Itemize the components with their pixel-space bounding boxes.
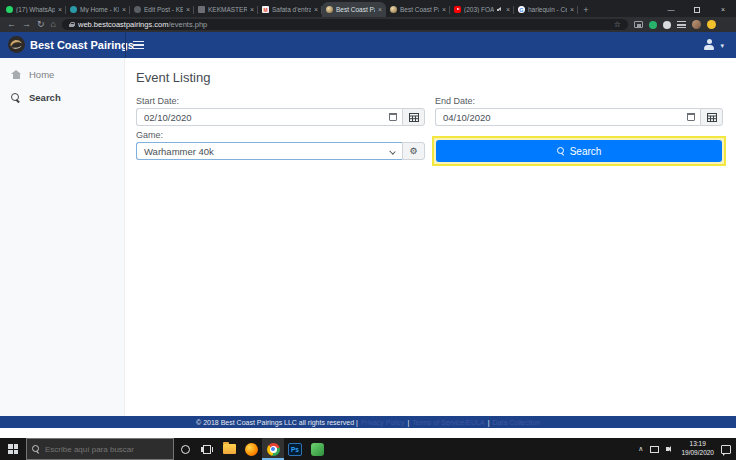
- forward-icon[interactable]: →: [22, 20, 31, 29]
- windows-taskbar: Ps ∧ 13:19 19/09/2020: [0, 438, 736, 460]
- browser-tab-strip: (17) WhatsApp × My Home - KEKST × Edit P…: [0, 0, 736, 17]
- native-datepicker-icon[interactable]: [389, 113, 397, 121]
- file-explorer-button[interactable]: [218, 438, 240, 460]
- tab-title: Best Coast Pairing: [336, 6, 375, 13]
- tab-inbox[interactable]: M Safata d'entrada | ×: [258, 2, 322, 17]
- privacy-policy-link[interactable]: Privacy Policy: [361, 419, 405, 426]
- app-header: Best Coast Pairings ▾: [0, 32, 736, 58]
- bookmark-star-icon[interactable]: ☆: [614, 20, 621, 29]
- game-settings-button[interactable]: ⚙: [402, 142, 425, 160]
- footer-separator: |: [407, 419, 409, 426]
- tray-chevron-up-icon[interactable]: ∧: [638, 445, 643, 453]
- start-button[interactable]: [0, 438, 26, 460]
- search-button-highlight: Search: [432, 136, 726, 166]
- tab-youtube-foals[interactable]: (203) FOALS - ×: [450, 2, 514, 17]
- tab-close-icon[interactable]: ×: [314, 6, 318, 13]
- taskbar-search-input[interactable]: [45, 445, 168, 454]
- cortana-icon: [181, 445, 190, 454]
- home-icon[interactable]: ⌂: [51, 20, 56, 29]
- search-button-icon: [557, 147, 565, 155]
- game-label: Game:: [136, 130, 163, 140]
- address-bar[interactable]: web.bestcoastpairings.com/events.php ☆: [62, 19, 628, 30]
- sidebar-item-label: Search: [29, 92, 61, 103]
- chrome-button[interactable]: [262, 438, 284, 460]
- reload-icon[interactable]: ↻: [37, 20, 45, 29]
- end-date-input[interactable]: [435, 108, 700, 126]
- extension-paw-icon[interactable]: [663, 21, 671, 29]
- tab-audio-icon[interactable]: [497, 7, 503, 13]
- browser-toolbar: ← → ↻ ⌂ web.bestcoastpairings.com/events…: [0, 17, 736, 32]
- tab-my-home[interactable]: My Home - KEKST ×: [66, 2, 130, 17]
- photoshop-button[interactable]: Ps: [284, 438, 306, 460]
- tab-close-icon[interactable]: ×: [570, 6, 574, 13]
- footer-separator: |: [488, 419, 490, 426]
- url-domain: web.bestcoastpairings.com: [78, 20, 168, 29]
- search-icon: [11, 93, 21, 103]
- bcp-wave-icon: [390, 6, 397, 13]
- tab-whatsapp[interactable]: (17) WhatsApp ×: [2, 2, 66, 17]
- game-select[interactable]: Warhammer 40k: [136, 142, 402, 160]
- hamburger-menu-icon[interactable]: [133, 41, 144, 49]
- document-icon: [198, 6, 205, 13]
- close-window-button[interactable]: ×: [710, 2, 736, 17]
- sidebar-item-label: Home: [29, 69, 54, 80]
- minimize-button[interactable]: —: [658, 2, 684, 17]
- tab-title: Best Coast Pairing: [400, 6, 439, 13]
- network-icon[interactable]: [650, 446, 659, 453]
- tab-close-icon[interactable]: ×: [186, 6, 190, 13]
- tab-close-icon[interactable]: ×: [506, 6, 510, 13]
- search-button[interactable]: Search: [436, 140, 722, 162]
- user-caret-down-icon[interactable]: ▾: [720, 42, 724, 50]
- game-select-value: Warhammer 40k: [144, 146, 214, 157]
- tab-title: harlequin - Cerca: [528, 6, 567, 13]
- firefox-button[interactable]: [240, 438, 262, 460]
- cortana-button[interactable]: [174, 438, 196, 460]
- sidebar-item-search[interactable]: Search: [0, 86, 124, 109]
- start-date-input[interactable]: [136, 108, 402, 126]
- back-icon[interactable]: ←: [7, 20, 16, 29]
- tab-google-search[interactable]: G harlequin - Cerca ×: [514, 2, 578, 17]
- user-account-icon[interactable]: [704, 39, 714, 50]
- tab-close-icon[interactable]: ×: [58, 6, 62, 13]
- maximize-button[interactable]: [684, 2, 710, 17]
- new-tab-button[interactable]: +: [578, 2, 594, 17]
- start-date-calendar-button[interactable]: [402, 108, 425, 126]
- end-date-calendar-button[interactable]: [700, 108, 723, 126]
- extension-green-icon[interactable]: [649, 21, 657, 29]
- native-datepicker-icon[interactable]: [687, 113, 695, 121]
- picture-in-picture-icon[interactable]: [634, 21, 643, 28]
- action-center-icon[interactable]: [721, 445, 731, 454]
- photoshop-icon: Ps: [288, 443, 302, 456]
- browser-profile-avatar[interactable]: [692, 20, 701, 29]
- taskbar-search-box[interactable]: [26, 438, 174, 460]
- terms-link[interactable]: Terms of Service/EULA: [412, 419, 484, 426]
- brand-title: Best Coast Pairings: [30, 39, 134, 51]
- tab-edit-post[interactable]: Edit Post - KEKST ×: [130, 2, 194, 17]
- select-chevron-down-icon: [389, 148, 395, 154]
- tab-best-coast-pairings-active[interactable]: Best Coast Pairing ×: [322, 2, 386, 17]
- green-app-button[interactable]: [306, 438, 328, 460]
- gear-icon: ⚙: [409, 147, 417, 156]
- taskbar-clock[interactable]: 13:19 19/09/2020: [681, 440, 714, 458]
- tab-close-icon[interactable]: ×: [122, 6, 126, 13]
- tab-close-icon[interactable]: ×: [250, 6, 254, 13]
- tab-best-coast-pairings-2[interactable]: Best Coast Pairing ×: [386, 2, 450, 17]
- clock-time: 13:19: [681, 440, 714, 449]
- chrome-icon: [267, 443, 280, 456]
- tab-kekmaster[interactable]: KEKMASTER 2020 ×: [194, 2, 258, 17]
- tab-close-icon[interactable]: ×: [378, 6, 382, 13]
- tab-title: Safata d'entrada |: [272, 6, 311, 13]
- task-view-button[interactable]: [196, 438, 218, 460]
- search-button-label: Search: [570, 146, 602, 157]
- bcp-logo: [8, 36, 25, 53]
- page-url: web.bestcoastpairings.com/events.php: [78, 20, 207, 29]
- sidebar-item-home[interactable]: Home: [0, 63, 124, 86]
- extension-yellow-icon[interactable]: [707, 20, 716, 29]
- start-date-group: [136, 108, 425, 126]
- volume-icon[interactable]: [666, 445, 674, 453]
- extension-list-icon[interactable]: [677, 21, 686, 28]
- tab-close-icon[interactable]: ×: [442, 6, 446, 13]
- tab-title: KEKMASTER 2020: [208, 6, 247, 13]
- gmail-icon: M: [262, 6, 269, 13]
- data-collection-link[interactable]: Data Collection: [492, 419, 539, 426]
